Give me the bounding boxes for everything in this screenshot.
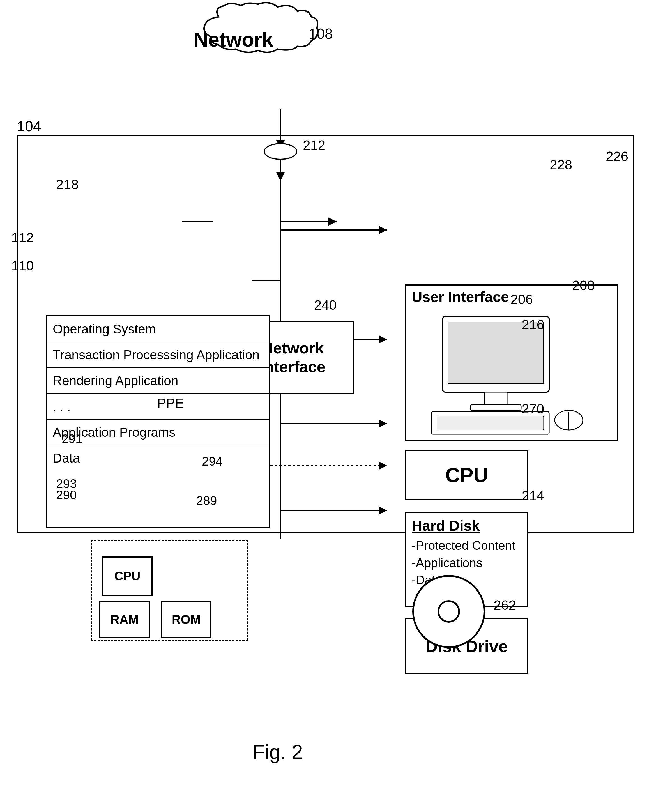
transaction-processing-row: Transaction Processsing Application — [47, 342, 269, 368]
hard-disk-line2: -Applications — [412, 554, 522, 572]
cpu-label: CPU — [445, 464, 488, 487]
disc-shape — [412, 575, 485, 648]
hard-disk-line1: -Protected Content — [412, 537, 522, 554]
software-stack-box: Operating System Transaction Processsing… — [46, 315, 270, 529]
ref-294: 294 — [202, 455, 222, 468]
operating-system-row: Operating System — [47, 316, 269, 342]
rom-box: ROM — [161, 601, 212, 638]
ram-label: RAM — [110, 613, 139, 627]
ref-270: 270 — [522, 401, 544, 417]
network-label: Network — [194, 28, 273, 51]
ref-214: 214 — [522, 488, 544, 503]
monitor-keyboard-svg — [409, 311, 611, 440]
cpu-box: CPU — [405, 450, 529, 500]
ram-box: RAM — [99, 601, 150, 638]
ref-104: 104 — [17, 118, 41, 134]
user-interface-box: User Interface — [405, 285, 618, 442]
disc-inner — [438, 600, 460, 623]
ref-218: 218 — [56, 177, 79, 192]
hard-disk-title: Hard Disk — [412, 517, 522, 534]
ref-291: 291 — [62, 432, 82, 446]
rom-label: ROM — [172, 613, 201, 627]
ref-112: 112 — [11, 230, 34, 246]
rendering-application-row: Rendering Application — [47, 368, 269, 394]
svg-rect-24 — [471, 405, 521, 410]
cpu-small-box: CPU — [102, 556, 152, 596]
svg-rect-23 — [485, 392, 507, 406]
ref-216: 216 — [522, 317, 544, 332]
cpu-small-label: CPU — [115, 569, 141, 583]
ref-208: 208 — [572, 278, 595, 293]
ref-240: 240 — [314, 297, 336, 313]
fig-caption: Fig. 2 — [252, 741, 303, 763]
data-row: Data — [47, 445, 269, 471]
diagram-container: Network 108 104 212 NetworkInterface 210… — [0, 0, 663, 812]
ppe-label: PPE — [157, 395, 184, 411]
ref-262: 262 — [493, 597, 516, 613]
main-system-box: NetworkInterface 210 User Interface — [17, 134, 634, 533]
svg-rect-26 — [437, 416, 543, 430]
ref-108: 108 — [309, 25, 333, 42]
ref-290: 290 — [56, 488, 76, 502]
ref-228: 228 — [550, 157, 572, 173]
ref-206: 206 — [511, 292, 533, 307]
ref-110: 110 — [11, 258, 34, 273]
ref-226: 226 — [606, 149, 628, 164]
ref-289: 289 — [196, 493, 217, 508]
